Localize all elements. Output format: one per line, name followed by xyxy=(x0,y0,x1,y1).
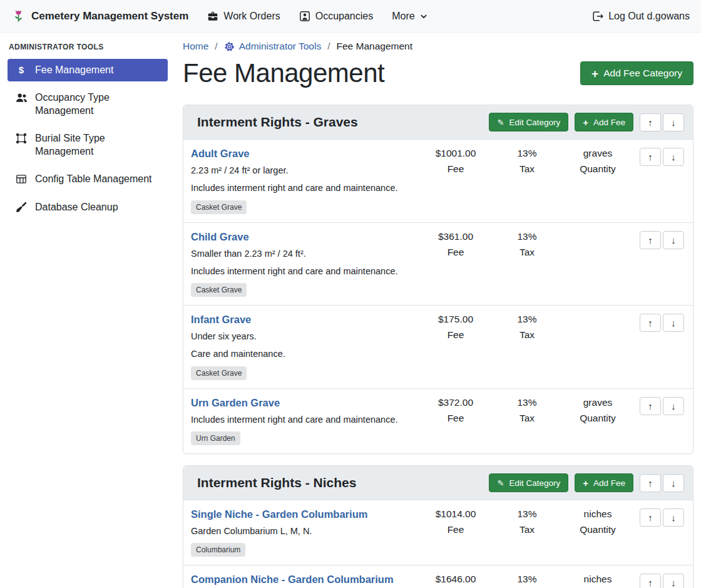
fee-name-link[interactable]: Urn Garden Grave xyxy=(191,397,280,409)
brand[interactable]: Cemetery Management System xyxy=(11,9,188,23)
fee-type-badge: Columbarium xyxy=(191,543,245,557)
arrow-down-icon: ↓ xyxy=(671,478,676,488)
fee-info: Companion Niche - Garden ColumbariumGard… xyxy=(191,574,415,588)
fee-tax-col: 13%Tax xyxy=(496,314,558,341)
fee-type-badge: Casket Grave xyxy=(191,366,247,380)
arrow-down-icon: ↓ xyxy=(671,117,676,128)
fee-tax-col-label: Tax xyxy=(496,329,558,341)
move-fee-up-button[interactable]: ↑ xyxy=(640,508,661,527)
fee-name-link[interactable]: Adult Grave xyxy=(191,148,250,160)
edit-category-button[interactable]: ✎Edit Category xyxy=(489,113,568,132)
fee-amount-col: $1646.00Fee xyxy=(419,574,493,588)
move-category-up-button[interactable]: ↑ xyxy=(640,474,661,492)
edit-category-button[interactable]: ✎Edit Category xyxy=(489,473,568,492)
nav-more[interactable]: More xyxy=(392,11,427,22)
nav-logout[interactable]: Log Out d.gowans xyxy=(592,11,690,22)
nav-occupancies[interactable]: Occupancies xyxy=(299,11,374,22)
fee-name-link[interactable]: Infant Grave xyxy=(191,314,251,326)
sidebar-item-database-cleanup[interactable]: Database Cleanup xyxy=(8,196,168,219)
brand-title: Cemetery Management System xyxy=(31,10,188,23)
fee-tax-col: 13%Tax xyxy=(496,508,558,535)
fee-name-link[interactable]: Child Grave xyxy=(191,231,249,243)
category-header: Interment Rights - Niches✎Edit Category+… xyxy=(183,466,693,500)
fee-tax-col-label: Tax xyxy=(496,163,558,175)
fee-row: Companion Niche - Garden ColumbariumGard… xyxy=(183,565,693,588)
pencil-icon: ✎ xyxy=(497,479,504,487)
arrow-down-icon: ↓ xyxy=(671,152,676,162)
move-fee-down-button[interactable]: ↓ xyxy=(663,508,684,527)
fee-amount-col-label: Fee xyxy=(419,524,493,535)
fee-quantity-col: gravesQuantity xyxy=(561,148,634,175)
sidebar-item-occupancy-type-management[interactable]: Occupancy Type Management xyxy=(8,86,168,122)
move-fee-down-button[interactable]: ↓ xyxy=(663,314,684,332)
category-actions: ✎Edit Category+Add Fee↑↓ xyxy=(489,473,684,492)
arrow-up-icon: ↑ xyxy=(648,117,653,128)
fee-amount-col-value: $361.00 xyxy=(419,231,493,242)
move-fee-up-button[interactable]: ↑ xyxy=(640,574,661,588)
fee-tax-col-label: Tax xyxy=(496,413,558,424)
move-fee-up-button[interactable]: ↑ xyxy=(640,314,661,332)
fee-tax-col-value: 13% xyxy=(496,148,558,159)
breadcrumb-home-link[interactable]: Home xyxy=(183,41,208,52)
fee-quantity-col-label: Quantity xyxy=(561,524,634,535)
fee-quantity-col-label: Quantity xyxy=(561,163,634,175)
broom-icon xyxy=(15,202,28,213)
move-fee-down-button[interactable]: ↓ xyxy=(663,574,684,588)
fee-name-link[interactable]: Companion Niche - Garden Columbarium xyxy=(191,574,394,585)
fee-description: Smaller than 2.23 m² / 24 ft². xyxy=(191,247,415,260)
sidebar-heading: ADMINISTRATOR TOOLS xyxy=(9,43,166,51)
fee-quantity-col-value: niches xyxy=(561,508,634,520)
logout-icon xyxy=(592,11,603,22)
arrow-down-icon: ↓ xyxy=(671,512,676,523)
nav-work-orders[interactable]: Work Orders xyxy=(207,11,280,22)
move-fee-down-button[interactable]: ↓ xyxy=(663,231,684,249)
fee-row: Child GraveSmaller than 2.23 m² / 24 ft²… xyxy=(183,222,693,306)
breadcrumb: Home / Administrator Tools / Fee Managem… xyxy=(183,41,693,52)
sidebar-item-config-table-management[interactable]: Config Table Management xyxy=(8,168,168,190)
add-fee-category-button[interactable]: + Add Fee Category xyxy=(580,61,693,85)
work-orders-icon xyxy=(207,11,218,22)
breadcrumb-current: Fee Management xyxy=(337,41,413,52)
move-category-down-button[interactable]: ↓ xyxy=(663,474,684,492)
add-fee-button[interactable]: +Add Fee xyxy=(575,473,633,492)
pencil-icon: ✎ xyxy=(497,118,504,126)
fee-tax-col-value: 13% xyxy=(496,508,558,520)
fee-quantity-col-label: Quantity xyxy=(561,413,634,424)
add-fee-label: Add Fee xyxy=(593,478,625,488)
move-fee-up-button[interactable]: ↑ xyxy=(640,148,661,166)
fee-name-link[interactable]: Single Niche - Garden Columbarium xyxy=(191,508,367,520)
add-fee-label: Add Fee xyxy=(593,118,625,127)
sidebar-item-burial-site-type-management[interactable]: Burial Site Type Management xyxy=(8,127,168,163)
fee-quantity-col: nichesQuantity xyxy=(561,574,634,588)
move-fee-down-button[interactable]: ↓ xyxy=(663,148,684,166)
fee-quantity-col-value: graves xyxy=(561,397,634,408)
fee-list: Single Niche - Garden ColumbariumGarden … xyxy=(183,500,693,588)
breadcrumb-admin-link[interactable]: Administrator Tools xyxy=(224,41,322,52)
move-fee-up-button[interactable]: ↑ xyxy=(640,397,661,415)
sidebar-item-fee-management[interactable]: $Fee Management xyxy=(8,59,168,81)
fee-tax-col: 13%Tax xyxy=(496,148,558,175)
edit-category-label: Edit Category xyxy=(509,478,560,488)
category-header: Interment Rights - Graves✎Edit Category+… xyxy=(183,105,693,140)
fee-tax-col-label: Tax xyxy=(496,247,558,258)
plus-icon: + xyxy=(583,118,588,127)
fee-amount-col-value: $175.00 xyxy=(419,314,493,325)
move-category-up-button[interactable]: ↑ xyxy=(640,113,661,132)
add-fee-button[interactable]: +Add Fee xyxy=(575,113,633,132)
vector-square-icon xyxy=(15,133,28,144)
arrow-up-icon: ↑ xyxy=(648,317,653,328)
move-fee-up-button[interactable]: ↑ xyxy=(640,231,661,249)
arrow-down-icon: ↓ xyxy=(671,401,676,411)
move-fee-down-button[interactable]: ↓ xyxy=(663,397,684,415)
sidebar-item-label: Config Table Management xyxy=(35,173,152,185)
fee-type-badge: Casket Grave xyxy=(191,283,247,297)
occupancies-icon xyxy=(299,11,310,22)
fee-tax-col: 13%Tax xyxy=(496,574,558,588)
move-category-down-button[interactable]: ↓ xyxy=(663,113,684,132)
fee-amount-col-value: $372.00 xyxy=(419,397,493,408)
fee-amount-col-label: Fee xyxy=(419,413,493,424)
fee-info: Single Niche - Garden ColumbariumGarden … xyxy=(191,508,415,557)
fee-category-interment-rights-graves: Interment Rights - Graves✎Edit Category+… xyxy=(183,105,693,454)
arrow-down-icon: ↓ xyxy=(671,235,676,245)
fee-categories: Interment Rights - Graves✎Edit Category+… xyxy=(183,105,693,588)
